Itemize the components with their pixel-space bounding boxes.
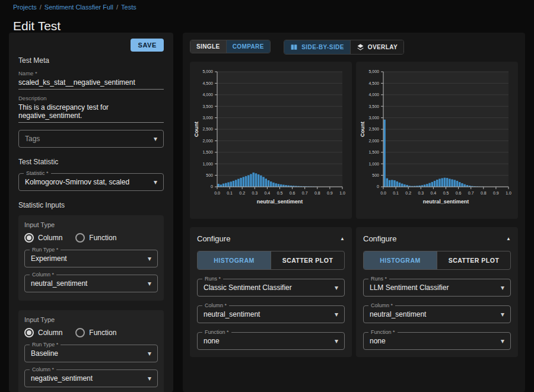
description-field-value[interactable]: This is a discrepancy test for negative_… <box>18 101 164 123</box>
radio-checked-icon[interactable] <box>24 233 34 243</box>
run-type-select[interactable]: Run Type * Experiment ▾ <box>24 250 158 267</box>
input-type-radio-group: Column Function <box>24 328 158 337</box>
tab-histogram[interactable]: HISTOGRAM <box>364 251 437 269</box>
breadcrumb-link-project[interactable]: Sentiment Classfier Full <box>44 4 113 11</box>
svg-text:3,000: 3,000 <box>368 116 379 120</box>
column-select-label: Column * <box>30 272 56 278</box>
tags-select[interactable]: Tags ▾ <box>18 130 164 148</box>
svg-text:0.8: 0.8 <box>481 191 487 195</box>
tags-select-placeholder: Tags <box>25 135 150 143</box>
name-field[interactable]: Name * scaled_ks_stat__negative_sentimen… <box>18 70 164 90</box>
svg-text:3,500: 3,500 <box>368 104 379 108</box>
statistic-input-group-2: Input Type Column Function Run Type * Ba… <box>18 310 164 392</box>
compare-mode-button[interactable]: COMPARE <box>226 40 270 53</box>
radio-unchecked-icon[interactable] <box>75 233 85 243</box>
name-field-value[interactable]: scaled_ks_stat__negative_sentiment <box>18 77 164 90</box>
runs-select[interactable]: Runs * LLM Sentiment Classifier ▾ <box>363 279 511 297</box>
collapse-icon[interactable]: ▲ <box>506 236 511 241</box>
svg-text:3,500: 3,500 <box>202 104 213 108</box>
breadcrumb-link-tests[interactable]: Tests <box>121 4 136 11</box>
svg-text:0.1: 0.1 <box>227 191 233 195</box>
radio-option-column[interactable]: Column <box>24 328 62 337</box>
function-select[interactable]: Function * none ▾ <box>363 332 511 350</box>
run-type-select-value: Experiment <box>31 254 144 263</box>
single-mode-button[interactable]: SINGLE <box>190 40 226 53</box>
tab-scatter-plot[interactable]: SCATTER PLOT <box>437 251 510 269</box>
column-select-value: neutral_sentiment <box>31 279 144 288</box>
collapse-icon[interactable]: ▲ <box>340 236 345 241</box>
function-select[interactable]: Function * none ▾ <box>197 332 345 350</box>
overlay-button[interactable]: OVERLAY <box>350 40 403 54</box>
statistic-select-label: Statistic * <box>24 170 51 176</box>
mode-toggle-group: SINGLE COMPARE <box>190 40 271 53</box>
svg-text:3,000: 3,000 <box>202 116 213 120</box>
radio-option-label: Column <box>38 329 62 337</box>
radio-unchecked-icon[interactable] <box>75 328 85 337</box>
column-select[interactable]: Column * negative_sentiment ▾ <box>24 369 158 387</box>
svg-text:1.0: 1.0 <box>339 191 345 195</box>
svg-text:Count: Count <box>193 122 199 137</box>
svg-text:0: 0 <box>377 184 379 189</box>
svg-text:0.3: 0.3 <box>418 191 424 195</box>
svg-text:0.7: 0.7 <box>468 191 474 195</box>
svg-text:0.2: 0.2 <box>239 191 245 195</box>
radio-option-label: Function <box>89 329 116 337</box>
svg-text:1,000: 1,000 <box>202 161 213 165</box>
svg-text:4,000: 4,000 <box>368 93 379 97</box>
breadcrumb-separator: / <box>40 4 42 11</box>
column-select[interactable]: Column * neutral_sentiment ▾ <box>197 305 345 323</box>
svg-text:4,500: 4,500 <box>202 81 213 85</box>
column-select-label: Column * <box>368 302 395 308</box>
radio-checked-icon[interactable] <box>24 328 34 337</box>
chevron-down-icon: ▾ <box>148 255 151 262</box>
breadcrumb-link-projects[interactable]: Projects <box>13 4 37 11</box>
chevron-down-icon: ▾ <box>148 280 151 287</box>
function-select-value: none <box>204 337 331 345</box>
svg-text:0.6: 0.6 <box>290 191 295 195</box>
radio-option-function[interactable]: Function <box>75 233 116 243</box>
save-button[interactable]: SAVE <box>131 39 164 52</box>
radio-option-function[interactable]: Function <box>75 328 116 337</box>
side-by-side-label: SIDE-BY-SIDE <box>301 44 344 50</box>
statistic-input-group-1: Input Type Column Function Run Type * Ex… <box>18 215 164 301</box>
configure-panel-right: Configure ▲ HISTOGRAM SCATTER PLOT Runs … <box>356 227 518 357</box>
svg-text:1,500: 1,500 <box>202 150 213 154</box>
svg-text:neutral_sentiment: neutral_sentiment <box>257 199 303 205</box>
column-select[interactable]: Column * neutral_sentiment ▾ <box>363 305 511 323</box>
configure-title: Configure <box>363 234 396 243</box>
tab-scatter-plot[interactable]: SCATTER PLOT <box>271 251 344 269</box>
svg-text:0.0: 0.0 <box>380 191 386 195</box>
input-type-label: Input Type <box>24 221 158 228</box>
svg-text:0.5: 0.5 <box>443 191 449 195</box>
section-test-meta: Test Meta <box>18 56 164 65</box>
svg-text:0.7: 0.7 <box>302 191 308 195</box>
statistic-select[interactable]: Statistic * Kolmogorov-Smirnov stat, sca… <box>18 173 164 191</box>
svg-text:0.0: 0.0 <box>214 191 220 195</box>
svg-text:0.9: 0.9 <box>493 191 499 195</box>
chevron-down-icon: ▾ <box>335 337 338 345</box>
plot-type-tabs: HISTOGRAM SCATTER PLOT <box>363 251 511 270</box>
radio-option-column[interactable]: Column <box>24 233 62 243</box>
runs-select[interactable]: Runs * Classic Sentiment Classifier ▾ <box>197 279 345 297</box>
column-select[interactable]: Column * neutral_sentiment ▾ <box>24 275 158 292</box>
column-select-label: Column * <box>30 366 56 372</box>
overlay-icon <box>357 43 364 51</box>
svg-text:500: 500 <box>372 173 379 177</box>
tab-histogram[interactable]: HISTOGRAM <box>198 251 271 269</box>
chevron-down-icon: ▾ <box>501 311 504 318</box>
side-by-side-button[interactable]: SIDE-BY-SIDE <box>284 40 349 54</box>
radio-option-label: Function <box>89 234 116 242</box>
function-select-label: Function * <box>202 329 231 335</box>
svg-text:2,000: 2,000 <box>202 138 213 142</box>
description-field[interactable]: Description This is a discrepancy test f… <box>18 95 164 123</box>
run-type-select[interactable]: Run Type * Baseline ▾ <box>24 345 158 362</box>
svg-text:1.0: 1.0 <box>506 191 511 195</box>
histogram-svg: 05001,0001,5002,0002,5003,0003,5004,0004… <box>190 65 352 216</box>
column-select-label: Column * <box>202 302 229 308</box>
svg-text:0.2: 0.2 <box>405 191 411 195</box>
column-select-value: neutral_sentiment <box>204 310 331 318</box>
side-by-side-icon <box>290 43 298 51</box>
svg-text:0.8: 0.8 <box>314 191 320 195</box>
svg-text:0.4: 0.4 <box>265 191 271 195</box>
histogram-svg: 05001,0001,5002,0002,5003,0003,5004,0004… <box>356 65 518 216</box>
